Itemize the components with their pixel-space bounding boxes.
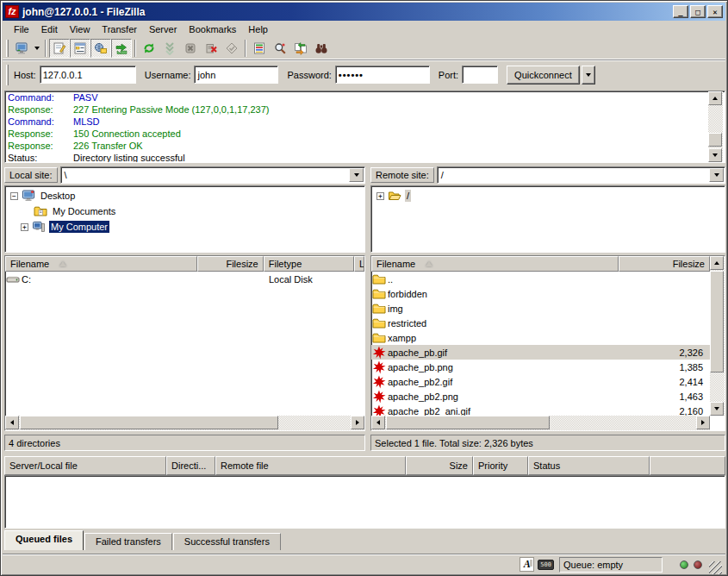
column-header-filesize[interactable]: Filesize — [197, 256, 263, 272]
tab-successful-transfers[interactable]: Successful transfers — [173, 533, 281, 550]
site-manager-button[interactable] — [11, 39, 32, 58]
quickconnect-dropdown[interactable] — [582, 66, 595, 85]
reconnect-button[interactable] — [221, 39, 242, 58]
collapse-icon[interactable]: − — [10, 192, 18, 200]
column-header-lastmodified[interactable]: L — [354, 256, 364, 272]
tree-item-label[interactable]: My Computer — [49, 221, 109, 233]
tab-queued-files[interactable]: Queued files — [4, 530, 84, 550]
quickconnect-grip[interactable] — [6, 65, 9, 85]
tree-item-my-computer[interactable]: + My Computer — [5, 219, 364, 235]
tree-item-label[interactable]: Desktop — [39, 190, 77, 202]
speed-limit-indicator-icon[interactable]: 500 — [538, 560, 554, 570]
toggle-local-tree-button[interactable] — [70, 39, 90, 58]
column-header-priority[interactable]: Priority — [473, 456, 528, 475]
column-header-filesize[interactable]: Filesize — [619, 256, 710, 272]
ascii-data-type-icon[interactable]: A — [520, 557, 534, 572]
tree-item-my-documents[interactable]: My Documents — [5, 203, 364, 219]
tree-item-label[interactable]: My Documents — [51, 205, 117, 217]
file-row[interactable]: apache_pb2.gif 2,414 — [371, 374, 710, 389]
column-header-direction[interactable]: Directi... — [166, 456, 215, 475]
file-row[interactable]: .. — [371, 272, 710, 286]
maximize-button[interactable]: □ — [690, 5, 706, 18]
toggle-message-log-button[interactable] — [49, 39, 70, 58]
scroll-down-button[interactable] — [710, 402, 724, 416]
file-row[interactable]: apache_pb2.png 1,463 — [371, 389, 710, 404]
local-list-body[interactable]: C: Local Disk — [5, 272, 364, 417]
file-row[interactable]: forbidden — [371, 286, 710, 301]
tree-item-root[interactable]: + / — [371, 188, 725, 203]
tab-failed-transfers[interactable]: Failed transfers — [84, 533, 172, 550]
scrollbar-thumb[interactable] — [710, 271, 724, 373]
remote-directory-tree[interactable]: + / — [370, 185, 725, 253]
scroll-left-button[interactable] — [5, 416, 19, 429]
disconnect-button[interactable] — [201, 39, 221, 58]
remote-vertical-scrollbar[interactable] — [710, 256, 725, 416]
column-header-server-local-file[interactable]: Server/Local file — [4, 456, 166, 475]
local-directory-tree[interactable]: − Desktop My Documents + — [4, 185, 365, 253]
cancel-operation-button[interactable] — [180, 39, 201, 58]
remote-horizontal-scrollbar[interactable] — [371, 416, 710, 430]
menu-transfer[interactable]: Transfer — [96, 22, 143, 36]
menu-view[interactable]: View — [64, 22, 96, 36]
file-row[interactable]: apache_pb.png 1,385 — [371, 360, 710, 374]
host-input[interactable] — [40, 66, 136, 84]
process-queue-button[interactable] — [159, 39, 180, 58]
expand-icon[interactable]: + — [21, 223, 28, 231]
message-log[interactable]: Command:PASV Response:227 Entering Passi… — [4, 91, 725, 163]
toggle-remote-tree-button[interactable] — [90, 39, 111, 58]
synchronized-browsing-button[interactable] — [290, 39, 311, 58]
file-row[interactable]: C: Local Disk — [5, 272, 364, 286]
scrollbar-thumb[interactable] — [386, 416, 550, 429]
menu-edit[interactable]: Edit — [35, 22, 64, 36]
scroll-up-button[interactable] — [710, 256, 724, 270]
expand-icon[interactable]: + — [376, 192, 384, 200]
local-file-list[interactable]: Filename Filesize Filetype L C: Local Di… — [4, 255, 365, 431]
menu-help[interactable]: Help — [242, 22, 274, 36]
remote-file-list[interactable]: Filename Filesize .. forbidden img — [370, 255, 725, 431]
toolbar-grip[interactable] — [6, 40, 9, 57]
password-input[interactable] — [335, 66, 430, 84]
local-horizontal-scrollbar[interactable] — [5, 416, 364, 430]
scroll-left-button[interactable] — [371, 416, 385, 429]
column-header-filename[interactable]: Filename — [5, 256, 197, 272]
local-site-combo[interactable]: \ — [60, 166, 365, 184]
quickconnect-button[interactable]: Quickconnect — [507, 66, 580, 85]
refresh-button[interactable] — [139, 39, 159, 58]
file-row[interactable]: img — [371, 301, 710, 316]
menu-server[interactable]: Server — [143, 22, 183, 36]
tree-item-desktop[interactable]: − Desktop — [5, 188, 364, 203]
directory-comparison-button[interactable] — [311, 39, 332, 58]
scroll-right-button[interactable] — [351, 416, 364, 429]
file-search-button[interactable] — [270, 39, 290, 58]
close-button[interactable]: ✕ — [707, 5, 723, 18]
minimize-button[interactable]: _ — [673, 5, 688, 18]
scrollbar-thumb[interactable] — [708, 133, 722, 147]
directory-filter-button[interactable] — [249, 39, 270, 58]
title-bar[interactable]: fz john@127.0.0.1 - FileZilla _ □ ✕ — [3, 3, 725, 21]
menu-bookmarks[interactable]: Bookmarks — [183, 22, 242, 36]
log-scrollbar[interactable] — [708, 91, 723, 162]
toggle-transfer-queue-button[interactable] — [111, 39, 132, 58]
chevron-down-icon[interactable] — [709, 168, 724, 182]
scroll-right-button[interactable] — [696, 416, 710, 429]
resize-grip[interactable] — [709, 561, 722, 574]
column-header-remote-file[interactable]: Remote file — [215, 456, 406, 475]
column-header-size[interactable]: Size — [406, 456, 473, 475]
queue-body[interactable] — [4, 475, 725, 529]
username-input[interactable] — [194, 66, 278, 84]
scroll-down-button[interactable] — [708, 148, 722, 162]
site-manager-dropdown[interactable] — [32, 39, 42, 58]
tree-item-label[interactable]: / — [405, 190, 411, 202]
file-row[interactable]: restricted — [371, 316, 710, 330]
remote-site-combo[interactable]: / — [437, 166, 725, 184]
scroll-up-button[interactable] — [708, 91, 722, 105]
column-header-filename[interactable]: Filename — [371, 256, 619, 272]
port-input[interactable] — [462, 66, 498, 84]
chevron-down-icon[interactable] — [349, 168, 364, 182]
scrollbar-thumb[interactable] — [20, 416, 278, 429]
file-row-selected[interactable]: apache_pb.gif 2,326 — [371, 345, 710, 360]
column-header-status[interactable]: Status — [528, 456, 650, 475]
remote-list-body[interactable]: .. forbidden img restricted xampp — [371, 272, 710, 417]
menu-file[interactable]: File — [8, 22, 35, 36]
file-row[interactable]: xampp — [371, 330, 710, 345]
